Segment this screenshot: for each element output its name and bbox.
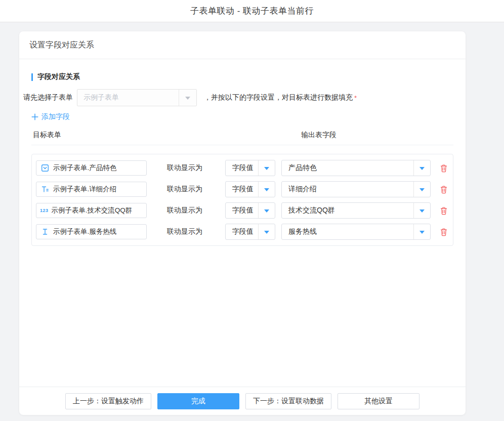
other-settings-button[interactable]: 其他设置	[338, 393, 419, 409]
add-field-label: 添加字段	[41, 112, 70, 121]
mode-select-caret-cell	[258, 182, 275, 197]
column-target-form: 目标表单	[33, 131, 301, 140]
output-field-select[interactable]: 产品特色	[281, 160, 431, 176]
relation-label: 联动显示为	[167, 206, 202, 215]
mode-select[interactable]: 字段值	[225, 224, 275, 240]
chevron-down-icon	[419, 209, 425, 215]
delete-row-button[interactable]	[439, 227, 449, 237]
target-field-box: 123 示例子表单.技术交流QQ群	[36, 203, 147, 218]
field-mapping-row: 示例子表单.服务热线 联动显示为 字段值 服务热线	[36, 221, 449, 242]
field-mapping-row: 示例子表单.产品特色 联动显示为 字段值 产品特色	[36, 157, 449, 179]
field-mapping-row: 123 示例子表单.技术交流QQ群 联动显示为 字段值 技术交流QQ群	[36, 200, 449, 221]
page-title: 子表单联动 - 联动子表单当前行	[190, 5, 314, 17]
card-header: 设置字段对应关系	[19, 31, 466, 59]
column-headers: 目标表单 输出表字段	[31, 131, 453, 145]
chevron-down-icon	[185, 97, 190, 102]
trash-icon	[440, 185, 448, 194]
mode-select-caret-cell	[258, 224, 275, 239]
chevron-down-icon	[264, 167, 269, 173]
output-field-select[interactable]: 详细介绍	[281, 181, 431, 197]
chevron-down-icon	[264, 209, 269, 215]
field-mapping-row: 示例子表单.详细介绍 联动显示为 字段值 详细介绍	[36, 179, 449, 200]
mode-select[interactable]: 字段值	[225, 160, 275, 176]
section-title-text: 字段对应关系	[37, 72, 80, 81]
card-title: 设置字段对应关系	[29, 40, 94, 51]
output-field-select[interactable]: 技术交流QQ群	[281, 202, 431, 219]
output-select-caret-cell	[413, 224, 430, 239]
output-select-caret-cell	[413, 182, 430, 197]
text-input-field-icon	[41, 228, 49, 236]
output-field-select[interactable]: 服务热线	[281, 224, 431, 240]
delete-row-button[interactable]	[439, 205, 449, 216]
textarea-field-icon	[41, 185, 49, 193]
subform-select[interactable]: 示例子表单	[77, 89, 197, 106]
top-bar: 子表单联动 - 联动子表单当前行	[0, 0, 504, 22]
next-step-button[interactable]: 下一步：设置联动数据	[245, 393, 331, 409]
chevron-down-icon	[419, 167, 425, 173]
section-title: 字段对应关系	[31, 72, 453, 81]
delete-row-button[interactable]	[439, 184, 449, 194]
subform-hint-text: ，并按以下的字段设置，对目标表进行数据填充	[204, 93, 353, 102]
target-field-name: 示例子表单.产品特色	[53, 163, 116, 173]
subform-selector-row: 请先选择子表单 示例子表单 ，并按以下的字段设置，对目标表进行数据填充 *	[23, 89, 453, 106]
target-field-box: 示例子表单.服务热线	[36, 224, 147, 239]
output-field-value: 服务热线	[282, 227, 413, 236]
trash-icon	[440, 164, 448, 173]
mode-select-value: 字段值	[226, 227, 258, 236]
target-field-name: 示例子表单.技术交流QQ群	[52, 206, 133, 215]
relation-label: 联动显示为	[167, 163, 202, 173]
relation-label: 联动显示为	[167, 227, 202, 236]
field-mapping-list: 示例子表单.产品特色 联动显示为 字段值 产品特色	[31, 154, 453, 246]
output-select-caret-cell	[413, 203, 430, 218]
section-accent-bar	[31, 73, 33, 81]
subform-select-label: 请先选择子表单	[23, 93, 73, 102]
chevron-down-icon	[264, 231, 269, 236]
trash-icon	[440, 228, 448, 236]
subform-select-caret-cell	[179, 90, 196, 106]
chevron-down-icon	[419, 188, 425, 194]
prev-step-button[interactable]: 上一步：设置触发动作	[65, 393, 151, 409]
plus-icon	[31, 113, 38, 120]
target-field-name: 示例子表单.详细介绍	[53, 185, 116, 194]
output-select-caret-cell	[413, 160, 430, 176]
subform-select-placeholder: 示例子表单	[77, 93, 179, 102]
chevron-down-icon	[419, 231, 425, 236]
number-field-icon: 123	[40, 208, 49, 213]
target-field-box: 示例子表单.产品特色	[36, 160, 147, 176]
target-field-box: 示例子表单.详细介绍	[36, 182, 147, 197]
settings-card: 设置字段对应关系 字段对应关系 请先选择子表单 示例子表单 ，并按以下的字段设置…	[19, 31, 466, 415]
mode-select[interactable]: 字段值	[225, 202, 275, 219]
mode-select-value: 字段值	[226, 185, 258, 194]
output-field-value: 技术交流QQ群	[282, 206, 413, 215]
mode-select-caret-cell	[258, 160, 275, 176]
mode-select-caret-cell	[258, 203, 275, 218]
output-field-value: 产品特色	[282, 163, 413, 173]
relation-label: 联动显示为	[167, 185, 202, 194]
mode-select[interactable]: 字段值	[225, 181, 275, 197]
column-output-field: 输出表字段	[301, 131, 337, 140]
chevron-down-icon	[264, 188, 269, 194]
trash-icon	[440, 206, 448, 215]
finish-button[interactable]: 完成	[157, 393, 239, 409]
add-field-button[interactable]: 添加字段	[31, 112, 70, 121]
delete-row-button[interactable]	[439, 163, 449, 173]
mode-select-value: 字段值	[226, 163, 258, 173]
mode-select-value: 字段值	[226, 206, 258, 215]
required-asterisk: *	[354, 94, 357, 102]
target-field-name: 示例子表单.服务热线	[53, 227, 116, 236]
select-field-icon	[41, 164, 49, 172]
card-footer: 上一步：设置触发动作 完成 下一步：设置联动数据 其他设置	[19, 387, 466, 415]
output-field-value: 详细介绍	[282, 185, 413, 194]
card-body: 字段对应关系 请先选择子表单 示例子表单 ，并按以下的字段设置，对目标表进行数据…	[19, 59, 466, 387]
